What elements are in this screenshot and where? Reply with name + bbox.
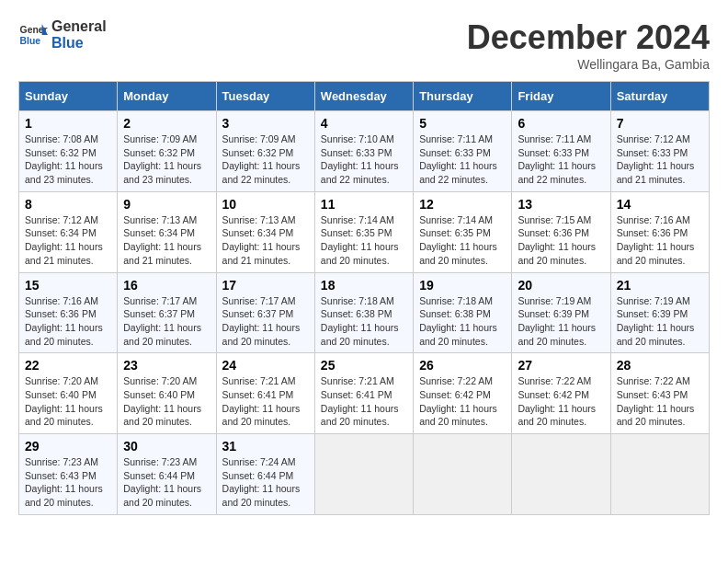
- logo-icon: General Blue: [18, 20, 48, 50]
- day-number: 25: [321, 358, 407, 373]
- day-number: 5: [419, 116, 506, 131]
- day-info: Sunrise: 7:08 AMSunset: 6:32 PMDaylight:…: [25, 132, 111, 187]
- logo-blue: Blue: [51, 35, 107, 52]
- day-number: 7: [617, 116, 703, 131]
- calendar-cell: 11Sunrise: 7:14 AMSunset: 6:35 PMDayligh…: [314, 191, 413, 272]
- svg-text:Blue: Blue: [20, 35, 41, 45]
- day-info: Sunrise: 7:23 AMSunset: 6:43 PMDaylight:…: [25, 455, 111, 510]
- week-row-2: 8Sunrise: 7:12 AMSunset: 6:34 PMDaylight…: [19, 191, 710, 272]
- day-info: Sunrise: 7:18 AMSunset: 6:38 PMDaylight:…: [419, 294, 506, 349]
- header-tuesday: Tuesday: [216, 82, 314, 111]
- day-number: 23: [123, 358, 210, 373]
- day-number: 8: [25, 197, 111, 212]
- day-number: 1: [25, 116, 111, 131]
- day-number: 18: [321, 278, 407, 293]
- day-info: Sunrise: 7:17 AMSunset: 6:37 PMDaylight:…: [222, 294, 309, 349]
- day-info: Sunrise: 7:11 AMSunset: 6:33 PMDaylight:…: [518, 132, 604, 187]
- week-row-3: 15Sunrise: 7:16 AMSunset: 6:36 PMDayligh…: [19, 272, 710, 353]
- day-info: Sunrise: 7:14 AMSunset: 6:35 PMDaylight:…: [419, 213, 506, 268]
- calendar-cell: [512, 434, 610, 515]
- day-number: 15: [25, 278, 111, 293]
- day-number: 19: [419, 278, 506, 293]
- day-info: Sunrise: 7:20 AMSunset: 6:40 PMDaylight:…: [123, 374, 210, 429]
- calendar-cell: [314, 434, 413, 515]
- calendar-cell: 15Sunrise: 7:16 AMSunset: 6:36 PMDayligh…: [19, 272, 118, 353]
- title-area: December 2024 Wellingara Ba, Gambia: [467, 18, 710, 72]
- calendar-cell: [610, 434, 709, 515]
- calendar-cell: 21Sunrise: 7:19 AMSunset: 6:39 PMDayligh…: [610, 272, 709, 353]
- day-number: 9: [123, 197, 210, 212]
- day-number: 3: [222, 116, 309, 131]
- header-friday: Friday: [512, 82, 610, 111]
- calendar-cell: [414, 434, 512, 515]
- day-info: Sunrise: 7:13 AMSunset: 6:34 PMDaylight:…: [123, 213, 210, 268]
- calendar-cell: 13Sunrise: 7:15 AMSunset: 6:36 PMDayligh…: [512, 191, 610, 272]
- logo: General Blue General Blue: [18, 18, 107, 51]
- calendar-cell: 5Sunrise: 7:11 AMSunset: 6:33 PMDaylight…: [414, 111, 512, 192]
- day-info: Sunrise: 7:19 AMSunset: 6:39 PMDaylight:…: [518, 294, 604, 349]
- day-number: 30: [123, 439, 210, 454]
- day-info: Sunrise: 7:12 AMSunset: 6:34 PMDaylight:…: [25, 213, 111, 268]
- day-number: 29: [25, 439, 111, 454]
- calendar-cell: 29Sunrise: 7:23 AMSunset: 6:43 PMDayligh…: [19, 434, 118, 515]
- header-thursday: Thursday: [414, 82, 512, 111]
- calendar-header-row: SundayMondayTuesdayWednesdayThursdayFrid…: [19, 82, 710, 111]
- day-info: Sunrise: 7:10 AMSunset: 6:33 PMDaylight:…: [321, 132, 407, 187]
- day-info: Sunrise: 7:24 AMSunset: 6:44 PMDaylight:…: [222, 455, 309, 510]
- calendar-cell: 22Sunrise: 7:20 AMSunset: 6:40 PMDayligh…: [19, 353, 118, 434]
- day-number: 26: [419, 358, 506, 373]
- calendar-cell: 8Sunrise: 7:12 AMSunset: 6:34 PMDaylight…: [19, 191, 118, 272]
- day-number: 21: [617, 278, 703, 293]
- day-number: 31: [222, 439, 309, 454]
- week-row-4: 22Sunrise: 7:20 AMSunset: 6:40 PMDayligh…: [19, 353, 710, 434]
- calendar-table: SundayMondayTuesdayWednesdayThursdayFrid…: [18, 81, 710, 515]
- calendar-cell: 1Sunrise: 7:08 AMSunset: 6:32 PMDaylight…: [19, 111, 118, 192]
- calendar-cell: 31Sunrise: 7:24 AMSunset: 6:44 PMDayligh…: [216, 434, 314, 515]
- day-number: 11: [321, 197, 407, 212]
- day-number: 6: [518, 116, 604, 131]
- day-info: Sunrise: 7:22 AMSunset: 6:42 PMDaylight:…: [419, 374, 506, 429]
- location: Wellingara Ba, Gambia: [467, 57, 710, 72]
- week-row-5: 29Sunrise: 7:23 AMSunset: 6:43 PMDayligh…: [19, 434, 710, 515]
- day-number: 14: [617, 197, 703, 212]
- day-number: 24: [222, 358, 309, 373]
- calendar-cell: 4Sunrise: 7:10 AMSunset: 6:33 PMDaylight…: [314, 111, 413, 192]
- day-number: 10: [222, 197, 309, 212]
- calendar-cell: 20Sunrise: 7:19 AMSunset: 6:39 PMDayligh…: [512, 272, 610, 353]
- calendar-cell: 25Sunrise: 7:21 AMSunset: 6:41 PMDayligh…: [314, 353, 413, 434]
- day-info: Sunrise: 7:21 AMSunset: 6:41 PMDaylight:…: [222, 374, 309, 429]
- logo-general: General: [51, 18, 107, 35]
- week-row-1: 1Sunrise: 7:08 AMSunset: 6:32 PMDaylight…: [19, 111, 710, 192]
- day-number: 20: [518, 278, 604, 293]
- day-info: Sunrise: 7:12 AMSunset: 6:33 PMDaylight:…: [617, 132, 703, 187]
- calendar-cell: 19Sunrise: 7:18 AMSunset: 6:38 PMDayligh…: [414, 272, 512, 353]
- calendar-cell: 10Sunrise: 7:13 AMSunset: 6:34 PMDayligh…: [216, 191, 314, 272]
- header-monday: Monday: [118, 82, 216, 111]
- day-info: Sunrise: 7:16 AMSunset: 6:36 PMDaylight:…: [617, 213, 703, 268]
- day-number: 27: [518, 358, 604, 373]
- day-info: Sunrise: 7:09 AMSunset: 6:32 PMDaylight:…: [123, 132, 210, 187]
- day-info: Sunrise: 7:23 AMSunset: 6:44 PMDaylight:…: [123, 455, 210, 510]
- day-number: 17: [222, 278, 309, 293]
- month-title: December 2024: [467, 18, 710, 57]
- day-info: Sunrise: 7:21 AMSunset: 6:41 PMDaylight:…: [321, 374, 407, 429]
- day-info: Sunrise: 7:22 AMSunset: 6:42 PMDaylight:…: [518, 374, 604, 429]
- calendar-cell: 9Sunrise: 7:13 AMSunset: 6:34 PMDaylight…: [118, 191, 216, 272]
- header-sunday: Sunday: [19, 82, 118, 111]
- day-number: 13: [518, 197, 604, 212]
- calendar-cell: 16Sunrise: 7:17 AMSunset: 6:37 PMDayligh…: [118, 272, 216, 353]
- calendar-cell: 23Sunrise: 7:20 AMSunset: 6:40 PMDayligh…: [118, 353, 216, 434]
- day-info: Sunrise: 7:09 AMSunset: 6:32 PMDaylight:…: [222, 132, 309, 187]
- day-number: 4: [321, 116, 407, 131]
- calendar-cell: 12Sunrise: 7:14 AMSunset: 6:35 PMDayligh…: [414, 191, 512, 272]
- day-info: Sunrise: 7:18 AMSunset: 6:38 PMDaylight:…: [321, 294, 407, 349]
- calendar-cell: 27Sunrise: 7:22 AMSunset: 6:42 PMDayligh…: [512, 353, 610, 434]
- day-info: Sunrise: 7:22 AMSunset: 6:43 PMDaylight:…: [617, 374, 703, 429]
- day-info: Sunrise: 7:19 AMSunset: 6:39 PMDaylight:…: [617, 294, 703, 349]
- day-info: Sunrise: 7:14 AMSunset: 6:35 PMDaylight:…: [321, 213, 407, 268]
- day-info: Sunrise: 7:15 AMSunset: 6:36 PMDaylight:…: [518, 213, 604, 268]
- header-wednesday: Wednesday: [314, 82, 413, 111]
- calendar-cell: 30Sunrise: 7:23 AMSunset: 6:44 PMDayligh…: [118, 434, 216, 515]
- day-number: 22: [25, 358, 111, 373]
- calendar-cell: 14Sunrise: 7:16 AMSunset: 6:36 PMDayligh…: [610, 191, 709, 272]
